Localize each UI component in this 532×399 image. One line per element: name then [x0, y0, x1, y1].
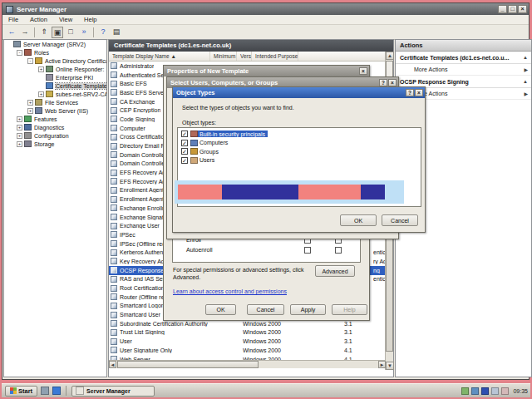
tree-item[interactable]: - Active Directory Certificate	[4, 57, 106, 65]
menu-item[interactable]: View	[53, 16, 78, 23]
tree-item[interactable]: Server Manager (SRV2)	[4, 40, 106, 48]
table-row[interactable]: Trust List Signing Windows 2000 3.1	[109, 328, 386, 337]
tree-expander-icon[interactable]: +	[17, 116, 22, 122]
tree-item[interactable]: + Features	[4, 115, 106, 123]
scroll-up-icon[interactable]: ▲	[386, 52, 394, 60]
start-button[interactable]: Start	[5, 386, 37, 397]
tree-expander-icon[interactable]: +	[38, 91, 44, 97]
window-titlebar[interactable]: Server Manager _ □ ×	[2, 3, 529, 15]
menu-item[interactable]: File	[2, 16, 24, 23]
server-manager-quicklaunch-icon[interactable]	[41, 387, 49, 395]
tree-expander-icon[interactable]: +	[38, 66, 44, 72]
tree-item[interactable]: + File Services	[4, 98, 106, 106]
column-header[interactable]: Minimum Supported CAs	[210, 52, 237, 61]
actions-header: Actions	[396, 40, 531, 52]
storage-icon	[24, 140, 32, 147]
back-icon[interactable]: ←	[6, 27, 17, 38]
forward-icon[interactable]: →	[19, 27, 31, 38]
separator[interactable]	[34, 27, 35, 37]
tree-item[interactable]: + subes-net-SRV2-CA	[4, 90, 106, 98]
checked-checkbox[interactable]: ✓	[181, 131, 188, 137]
certificate-template-icon	[111, 312, 117, 318]
cancel-button[interactable]: Cancel	[247, 304, 284, 315]
tree-expander-icon[interactable]: -	[17, 50, 22, 56]
scroll-right-icon[interactable]: ►	[378, 361, 386, 368]
tree-expander-icon[interactable]: +	[17, 133, 22, 139]
help-icon[interactable]: ?	[97, 27, 109, 38]
collapse-icon[interactable]: ▲	[523, 76, 528, 88]
certificate-template-icon	[111, 196, 117, 203]
caption-segment: OK.	[361, 185, 385, 200]
menu-item[interactable]: Action	[24, 16, 53, 23]
close-icon[interactable]: ×	[388, 79, 397, 86]
properties-window-icon[interactable]: □	[65, 27, 76, 38]
tree-expander-icon[interactable]: +	[27, 100, 33, 106]
taskbar-task-button[interactable]: Server Manager	[71, 386, 155, 397]
separator[interactable]	[93, 27, 94, 37]
tree-item[interactable]: + Online Responder:	[4, 65, 106, 73]
up-one-level-icon[interactable]: ⇑	[38, 27, 50, 38]
table-row[interactable]: User Signature Only Windows 2000 4.1	[109, 346, 386, 355]
actions-section-title[interactable]: Certificate Templates (dc1.es-net.co.u..…	[396, 52, 531, 64]
tree-item[interactable]: + Diagnostics	[4, 123, 106, 131]
close-icon[interactable]: ×	[415, 89, 423, 96]
close-icon[interactable]: ×	[359, 67, 367, 75]
menu-item[interactable]: Help	[78, 16, 102, 23]
object-type-item[interactable]: ✓ Computers	[180, 139, 421, 148]
checked-checkbox[interactable]: ✓	[181, 157, 188, 164]
certificate-template-icon	[111, 347, 117, 353]
access-control-link[interactable]: Learn about access control and permissio…	[173, 288, 287, 294]
show-console-tree-icon[interactable]: ▣	[52, 27, 63, 38]
dialog-titlebar[interactable]: Properties of New Template	[164, 66, 369, 76]
volume-muted-tray-icon[interactable]	[501, 387, 509, 395]
tree-item[interactable]: + Storage	[4, 140, 106, 148]
cancel-button[interactable]: Cancel	[382, 214, 418, 226]
tree-item[interactable]: Enterprise PKI	[4, 73, 106, 81]
checked-checkbox[interactable]: ✓	[181, 140, 188, 146]
tree-item[interactable]: + Web Server (IIS)	[4, 106, 106, 115]
horizontal-scrollbar[interactable]: ◄ ►	[109, 360, 386, 368]
tree-expander-icon[interactable]: +	[17, 141, 22, 147]
allow-autoenroll-checkbox[interactable]	[304, 247, 311, 254]
tree-expander-icon[interactable]: +	[27, 108, 33, 114]
close-button[interactable]: ×	[518, 5, 527, 13]
maximize-button[interactable]: □	[508, 5, 517, 13]
object-type-item[interactable]: ✓ Built-in security principals	[180, 130, 421, 139]
dialog-titlebar[interactable]: Object Types	[173, 87, 425, 98]
column-header[interactable]: Template Display Name ▲	[109, 52, 210, 61]
horizontal-scroll-thumb[interactable]	[117, 361, 259, 368]
collapse-icon[interactable]: ▲	[523, 52, 528, 64]
table-row[interactable]: User Windows 2000 3.1	[109, 337, 386, 346]
tree-item[interactable]: Certificate Templates (	[4, 81, 106, 90]
help-icon[interactable]: ?	[406, 89, 414, 96]
deny-autoenroll-checkbox[interactable]	[335, 247, 342, 254]
certificate-template-icon	[111, 107, 117, 114]
ok-button[interactable]: OK	[205, 304, 236, 315]
updates-tray-icon[interactable]	[461, 387, 469, 395]
minimize-button[interactable]: _	[498, 5, 507, 13]
network-tray-icon[interactable]	[491, 387, 499, 395]
display-tray-icon[interactable]	[481, 387, 489, 395]
show-desktop-icon[interactable]	[52, 387, 61, 395]
apply-button[interactable]: Apply	[290, 304, 326, 315]
checked-checkbox[interactable]: ✓	[181, 148, 188, 155]
object-type-item[interactable]: ✓ Groups	[180, 147, 421, 156]
ok-button[interactable]: OK	[340, 214, 377, 226]
export-list-icon[interactable]: »	[78, 27, 90, 38]
help-icon[interactable]: ?	[379, 79, 387, 86]
scroll-left-icon[interactable]: ◄	[109, 361, 116, 368]
more-actions-item[interactable]: More Actions ▶	[396, 64, 531, 76]
tree-expander-icon[interactable]: -	[27, 58, 33, 64]
scroll-down-icon[interactable]: ▼	[386, 362, 394, 370]
tree-item[interactable]: + Configuration	[4, 131, 106, 140]
taskbar: Start Server Manager 09:35	[2, 383, 530, 397]
tree-expander-icon[interactable]: +	[17, 125, 22, 131]
advanced-button[interactable]: Advanced	[315, 265, 355, 277]
column-header[interactable]: Version	[237, 52, 252, 61]
permission-label: Autoenroll	[186, 247, 213, 253]
icon-list-icon[interactable]: ▤	[111, 27, 122, 38]
server-tray-icon[interactable]	[471, 387, 479, 395]
object-type-item[interactable]: ✓ Users	[180, 156, 421, 165]
column-header[interactable]: Intended Purpose	[252, 52, 298, 61]
tree-item[interactable]: - Roles	[4, 48, 106, 57]
